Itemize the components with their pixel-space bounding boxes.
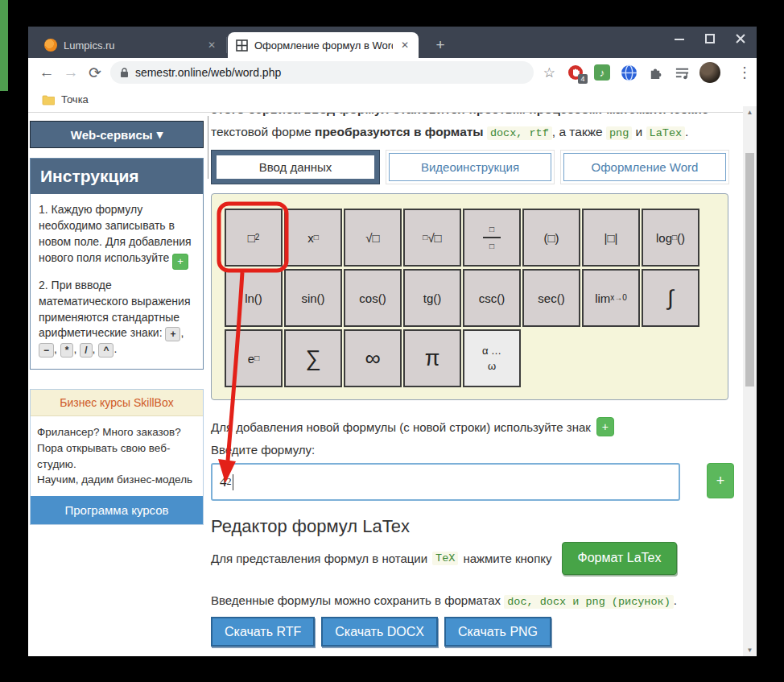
sidebar: Web-сервисы ▾ Инструкция 1. Каждую форму… <box>30 121 204 525</box>
download-button-2[interactable]: Скачать PNG <box>444 617 551 647</box>
reload-icon[interactable]: ⟳ <box>83 64 107 82</box>
content-tab-0[interactable]: Ввод данных <box>211 150 380 184</box>
key-sin[interactable]: sin() <box>284 269 342 327</box>
download-button-0[interactable]: Скачать RTF <box>211 617 315 647</box>
forward-icon[interactable]: → <box>59 64 83 81</box>
key-power[interactable]: x□ <box>284 209 342 267</box>
chevron-down-icon: ▾ <box>157 127 163 142</box>
main-content: этого сервиса ввод формул становится про… <box>211 113 742 656</box>
web-services-menu[interactable]: Web-сервисы ▾ <box>30 121 204 148</box>
adblock-icon[interactable]: 4 <box>567 64 584 81</box>
clipped-intro-line: этого сервиса ввод формул становится про… <box>211 113 732 120</box>
key-parentheses[interactable]: (□) <box>522 209 580 267</box>
page-scrollbar[interactable]: ▲ ▼ <box>743 106 757 656</box>
add-field-plus-icon[interactable]: + <box>172 254 188 270</box>
profile-avatar[interactable] <box>699 62 720 83</box>
key-cos[interactable]: cos() <box>344 269 402 327</box>
key-square[interactable]: □2 <box>225 209 283 267</box>
key-lim[interactable]: limx→0 <box>582 269 640 327</box>
key-infinity[interactable]: ∞ <box>344 329 402 387</box>
minimize-icon[interactable] <box>675 34 684 43</box>
latex-row: Для представления формул в нотации TeX н… <box>211 541 677 575</box>
tab-lumpics[interactable]: Lumpics.ru ✕ <box>36 32 225 58</box>
maximize-icon[interactable] <box>705 34 715 43</box>
browser-toolbar: ← → ⟳ semestr.online/web/word.php ☆ 4 ♪ <box>28 58 757 87</box>
extensions-puzzle-icon[interactable] <box>646 64 664 81</box>
format-code-png: png <box>606 126 632 140</box>
arith-key: * <box>60 343 74 358</box>
intro-paragraph: текстовой форме преобразуются в форматы … <box>211 125 738 139</box>
web-page: Web-сервисы ▾ Инструкция 1. Каждую форму… <box>28 113 757 656</box>
scrollbar-thumb[interactable] <box>745 153 754 386</box>
key-integral[interactable]: ∫ <box>642 269 699 327</box>
bookmarks-bar: Точка <box>28 87 757 113</box>
desktop: Lumpics.ru ✕ Оформление формул в Word о … <box>0 0 784 682</box>
instruction-body: 1. Каждую формулу необходимо записывать … <box>31 194 203 369</box>
ad-line: Фрилансер? Много заказов? <box>37 424 196 440</box>
content-tab-2[interactable]: Оформление Word <box>560 150 729 184</box>
key-csc[interactable]: csc() <box>463 269 521 327</box>
key-abs[interactable]: |□| <box>582 209 640 267</box>
key-exp[interactable]: e□ <box>225 329 283 387</box>
download-button-1[interactable]: Скачать DOCX <box>321 617 438 647</box>
formula-input[interactable]: 42 <box>211 463 680 501</box>
skillbox-ad-panel: Бизнес курсы SkillBox Фрилансер? Много з… <box>30 389 204 524</box>
key-pi[interactable]: π <box>403 329 461 387</box>
url-text: semestr.online/web/word.php <box>135 66 281 79</box>
lumpics-favicon-icon <box>44 39 57 52</box>
extensions: 4 ♪ ⋮ <box>567 62 757 83</box>
instruction-item-1: 1. Каждую формулу необходимо записывать … <box>39 202 195 270</box>
add-formula-button[interactable]: + <box>707 463 734 498</box>
key-fraction[interactable]: □□ <box>463 209 521 267</box>
key-sum[interactable]: ∑ <box>284 329 342 387</box>
latex-editor-heading: Редактор формул LaTex <box>211 516 410 537</box>
enter-formula-label: Введите формулу: <box>211 443 315 457</box>
browser-menu-icon[interactable]: ⋮ <box>737 64 752 81</box>
new-tab-button[interactable]: + <box>429 34 452 56</box>
formula-keyboard-panel: □2x□√□□√□□□(□)|□|log□()ln()sin()cos()tg(… <box>211 193 728 400</box>
key-ln[interactable]: ln() <box>225 269 283 327</box>
close-window-icon[interactable] <box>736 34 745 43</box>
back-icon[interactable]: ← <box>35 64 59 81</box>
background-window-edge <box>0 0 8 91</box>
tab-separator <box>226 37 227 53</box>
key-tg[interactable]: tg() <box>403 269 461 327</box>
tab-close-icon[interactable]: ✕ <box>399 39 411 51</box>
course-program-button[interactable]: Программа курсов <box>31 496 203 524</box>
text-cursor <box>233 474 233 490</box>
tab-title: Lumpics.ru <box>64 39 200 52</box>
tab-title: Оформление формул в Word о <box>254 39 393 52</box>
grid-favicon-icon <box>236 39 248 52</box>
instruction-panel: Инструкция 1. Каждую формулу необходимо … <box>30 158 204 370</box>
media-controls-icon[interactable] <box>673 64 691 81</box>
globe-extension-icon[interactable] <box>620 64 638 81</box>
format-latex-button[interactable]: Формат LaTex <box>562 542 678 575</box>
save-formats-code: doc, docx и png (рисунок) <box>504 595 674 609</box>
tex-code: TeX <box>432 552 458 565</box>
music-extension-icon[interactable]: ♪ <box>593 64 611 81</box>
tab-strip: Lumpics.ru ✕ Оформление формул в Word о … <box>28 27 757 58</box>
browser-window: Lumpics.ru ✕ Оформление формул в Word о … <box>28 27 757 656</box>
bookmark-star-icon[interactable]: ☆ <box>543 64 555 81</box>
tab-close-icon[interactable]: ✕ <box>206 39 217 51</box>
instruction-title: Инструкция <box>31 159 203 194</box>
content-tab-1[interactable]: Видеоинструкция <box>386 150 555 184</box>
key-sqrt[interactable]: √□ <box>344 209 402 267</box>
key-log[interactable]: log□() <box>642 209 699 267</box>
formula-input-row: 42 + <box>211 463 734 501</box>
arith-key: − <box>39 343 54 358</box>
arith-key: ^ <box>98 343 113 358</box>
key-nth-root[interactable]: □√□ <box>403 209 461 267</box>
content-left-border <box>208 116 208 179</box>
tab-formulas-active[interactable]: Оформление формул в Word о ✕ <box>228 32 419 58</box>
key-greek-letters[interactable]: α …ω <box>463 329 521 387</box>
address-bar[interactable]: semestr.online/web/word.php <box>110 61 534 84</box>
add-formula-plus-icon[interactable]: + <box>596 417 614 436</box>
key-sec[interactable]: sec() <box>522 269 580 327</box>
scroll-up-icon[interactable]: ▲ <box>743 106 757 118</box>
arith-key: + <box>165 327 180 341</box>
scroll-down-icon[interactable]: ▼ <box>743 644 757 656</box>
formula-exponent: 2 <box>227 476 232 488</box>
bookmark-tochka[interactable]: Точка <box>61 93 89 105</box>
ad-title[interactable]: Бизнес курсы SkillBox <box>31 390 203 416</box>
